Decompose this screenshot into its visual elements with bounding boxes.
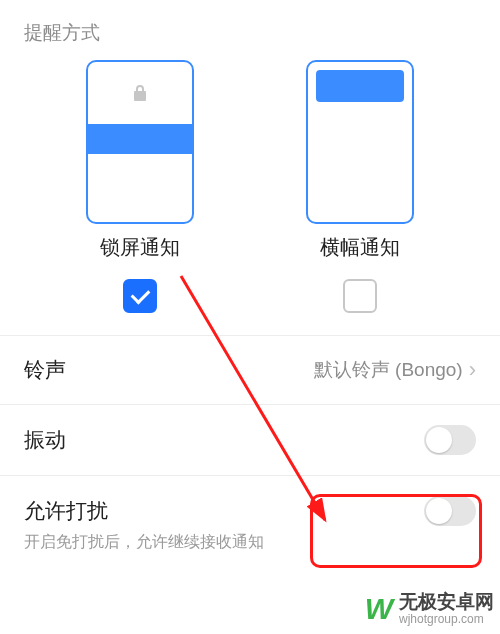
chevron-right-icon: ›: [469, 357, 476, 383]
option-lockscreen-label: 锁屏通知: [100, 234, 180, 261]
watermark-logo-icon: W: [365, 592, 391, 626]
row-vibrate-title: 振动: [24, 426, 66, 454]
lockscreen-banner: [88, 124, 192, 154]
banner-bar: [316, 70, 404, 102]
option-banner-checkbox[interactable]: [343, 279, 377, 313]
row-allow-disturb-subtitle: 开启免打扰后，允许继续接收通知: [24, 532, 476, 553]
row-vibrate[interactable]: 振动: [0, 404, 500, 475]
banner-preview: [306, 60, 414, 224]
option-banner-label: 横幅通知: [320, 234, 400, 261]
row-ringtone-value: 默认铃声 (Bongo): [314, 357, 463, 383]
option-banner[interactable]: 横幅通知: [280, 60, 440, 313]
notification-style-options: 锁屏通知 横幅通知: [0, 54, 500, 323]
option-lockscreen-checkbox[interactable]: [123, 279, 157, 313]
watermark-text-en: wjhotgroup.com: [399, 613, 494, 626]
row-vibrate-toggle[interactable]: [424, 425, 476, 455]
row-allow-disturb-toggle[interactable]: [424, 496, 476, 526]
watermark: W 无极安卓网 wjhotgroup.com: [365, 592, 494, 626]
option-lockscreen[interactable]: 锁屏通知: [60, 60, 220, 313]
row-allow-disturb-title: 允许打扰: [24, 497, 108, 525]
section-title: 提醒方式: [0, 0, 500, 54]
lock-icon: [132, 84, 148, 107]
watermark-text-cn: 无极安卓网: [399, 592, 494, 613]
row-allow-disturb[interactable]: 允许打扰 开启免打扰后，允许继续接收通知: [0, 475, 500, 573]
row-ringtone[interactable]: 铃声 默认铃声 (Bongo) ›: [0, 335, 500, 404]
toggle-knob: [426, 427, 452, 453]
check-icon: [130, 285, 150, 305]
lockscreen-preview: [86, 60, 194, 224]
settings-list: 铃声 默认铃声 (Bongo) › 振动 允许打扰 开启免打扰后，允许继续接收通…: [0, 335, 500, 573]
toggle-knob: [426, 498, 452, 524]
row-ringtone-title: 铃声: [24, 356, 66, 384]
